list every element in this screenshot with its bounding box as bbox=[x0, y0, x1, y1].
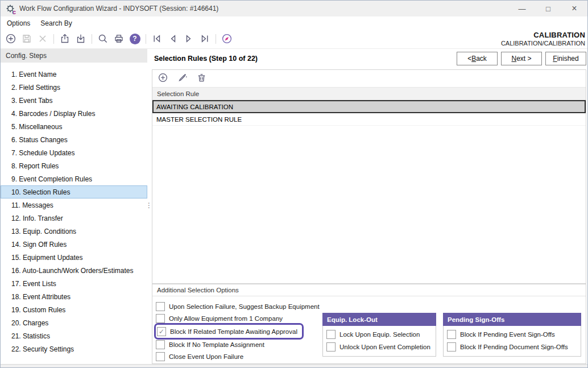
unlock-upon-completion-label: Unlock Upon Event Completion bbox=[339, 344, 430, 350]
sidebar-item-event-completion-rules[interactable]: 9. Event Completion Rules bbox=[1, 172, 147, 185]
sidebar-item-status-changes[interactable]: 6. Status Changes bbox=[1, 133, 147, 146]
back-label-pre: < bbox=[467, 55, 471, 63]
finished-label-rest: inished bbox=[557, 55, 579, 63]
unlock-upon-completion-checkbox[interactable] bbox=[326, 342, 336, 352]
context-subtitle: CALIBRATION/CALIBRATION bbox=[501, 40, 585, 47]
equip-lockout-header: Equip. Lock-Out bbox=[322, 313, 436, 326]
main-content: Selection Rules (Step 10 of 22) < Back N… bbox=[150, 49, 587, 365]
pending-signoffs-body: Block If Pending Event Sign-Offs Block I… bbox=[443, 326, 581, 357]
window-body: Config. Steps 1. Event Name 2. Field Set… bbox=[1, 48, 587, 365]
checkbox-row-pending-document-signoffs: Block If Pending Document Sign-Offs bbox=[447, 341, 568, 353]
toolbar-separator bbox=[92, 34, 92, 44]
menu-options[interactable]: Options bbox=[2, 18, 35, 29]
nav-next-icon[interactable] bbox=[182, 32, 196, 46]
pending-document-signoffs-label: Block If Pending Document Sign-Offs bbox=[460, 344, 568, 350]
nav-previous-icon[interactable] bbox=[166, 32, 180, 46]
import-icon[interactable] bbox=[74, 32, 88, 46]
highlighted-option: ✓ Block If Related Template Awaiting App… bbox=[154, 323, 304, 340]
sidebar-item-info-transfer[interactable]: 12. Info. Transfer bbox=[1, 212, 147, 225]
checkbox-row-suggest-backup: Upon Selection Failure, Suggest Backup E… bbox=[156, 300, 320, 312]
equip-lockout-group: Equip. Lock-Out Lock Upon Equip. Selecti… bbox=[322, 313, 436, 357]
toolbar-separator bbox=[53, 34, 54, 44]
one-company-checkbox[interactable] bbox=[156, 314, 165, 323]
minimize-icon[interactable]: — bbox=[509, 1, 535, 16]
checkbox-row-one-company: Only Allow Equipment from 1 Company bbox=[156, 312, 283, 324]
sidebar-items: 1. Event Name 2. Field Settings 3. Event… bbox=[1, 63, 147, 355]
suggest-backup-checkbox[interactable] bbox=[156, 302, 165, 311]
lock-upon-selection-checkbox[interactable] bbox=[326, 330, 336, 339]
template-awaiting-approval-label: Block If Related Template Awaiting Appro… bbox=[170, 328, 297, 335]
delete-icon[interactable] bbox=[36, 32, 49, 46]
navigator-compass-icon[interactable] bbox=[220, 32, 234, 46]
search-icon[interactable] bbox=[96, 32, 110, 46]
help-icon[interactable]: ? bbox=[128, 32, 142, 46]
nav-last-icon[interactable] bbox=[198, 32, 212, 46]
nav-first-icon[interactable] bbox=[150, 32, 164, 46]
sidebar-item-custom-rules[interactable]: 19. Custom Rules bbox=[1, 303, 147, 316]
pending-document-signoffs-checkbox[interactable] bbox=[447, 342, 456, 352]
sidebar-item-barcodes[interactable]: 4. Barcodes / Display Rules bbox=[1, 107, 147, 120]
rule-row-awaiting-calibration[interactable]: AWAITING CALIBRATION bbox=[152, 100, 586, 113]
check-glyph: ✓ bbox=[159, 328, 164, 336]
close-event-checkbox[interactable] bbox=[156, 352, 165, 361]
rule-row-master-selection-rule[interactable]: MASTER SELECTION RULE bbox=[152, 113, 586, 126]
sidebar-item-auto-launch[interactable]: 16. Auto-Launch/Work Orders/Estimates bbox=[1, 264, 147, 277]
add-icon[interactable] bbox=[4, 32, 18, 46]
delete-rule-trash-icon[interactable] bbox=[196, 72, 207, 85]
selection-rules-panel: Selection Rule AWAITING CALIBRATION MAST… bbox=[152, 69, 586, 284]
suggest-backup-label: Upon Selection Failure, Suggest Backup E… bbox=[169, 303, 320, 310]
menu-bar: Options Search By bbox=[1, 16, 587, 30]
sidebar-item-field-settings[interactable]: 2. Field Settings bbox=[1, 81, 147, 94]
save-icon[interactable] bbox=[20, 32, 34, 46]
template-awaiting-approval-checkbox[interactable]: ✓ bbox=[157, 327, 166, 336]
maximize-icon[interactable]: □ bbox=[535, 1, 561, 16]
next-label-rest: ext > bbox=[516, 55, 531, 63]
sidebar-item-selection-rules[interactable]: 10. Selection Rules bbox=[1, 185, 147, 199]
lock-upon-selection-label: Lock Upon Equip. Selection bbox=[339, 331, 420, 338]
sidebar-item-event-tabs[interactable]: 3. Event Tabs bbox=[1, 94, 147, 107]
sidebar-item-equip-conditions[interactable]: 13. Equip. Conditions bbox=[1, 225, 147, 238]
no-template-assignment-checkbox[interactable] bbox=[156, 340, 165, 349]
toolbar-separator bbox=[146, 34, 146, 44]
app-logo-c-glyph: c bbox=[13, 9, 16, 15]
sidebar-item-statistics[interactable]: 21. Statistics bbox=[1, 329, 147, 342]
back-button[interactable]: < Back bbox=[457, 52, 498, 65]
next-label-key: N bbox=[511, 55, 516, 63]
back-label-key: B bbox=[471, 55, 476, 63]
export-icon[interactable] bbox=[58, 32, 72, 46]
sidebar-item-security-settings[interactable]: 22. Security Settings bbox=[1, 342, 147, 355]
pending-signoffs-header: Pending Sign-Offs bbox=[443, 313, 581, 326]
column-header-selection-rule[interactable]: Selection Rule bbox=[152, 87, 586, 100]
sidebar-item-schedule-updates[interactable]: 7. Schedule Updates bbox=[1, 146, 147, 159]
context-title: CALIBRATION bbox=[501, 31, 585, 39]
sidebar-item-report-rules[interactable]: 8. Report Rules bbox=[1, 159, 147, 172]
page-title: Selection Rules (Step 10 of 22) bbox=[154, 55, 258, 63]
sidebar-item-event-lists[interactable]: 17. Event Lists bbox=[1, 277, 147, 290]
help-glyph: ? bbox=[130, 34, 140, 44]
selection-rules-toolbar bbox=[152, 70, 586, 87]
checkbox-row-pending-event-signoffs: Block If Pending Event Sign-Offs bbox=[447, 328, 555, 341]
sidebar-item-event-name[interactable]: 1. Event Name bbox=[1, 68, 147, 81]
checkbox-row-close-event: Close Event Upon Failure bbox=[156, 350, 243, 362]
equip-lockout-body: Lock Upon Equip. Selection Unlock Upon E… bbox=[322, 326, 436, 357]
config-steps-sidebar: Config. Steps 1. Event Name 2. Field Set… bbox=[1, 49, 147, 365]
print-icon[interactable] bbox=[112, 32, 126, 46]
toolbar-separator bbox=[216, 34, 216, 44]
no-template-assignment-label: Block If No Template Assignment bbox=[169, 341, 264, 348]
sidebar-item-miscellaneous[interactable]: 5. Miscellaneous bbox=[1, 120, 147, 133]
title-bar: c Work Flow Configuration Wizard - INDYS… bbox=[1, 1, 587, 16]
sidebar-item-sign-off-rules[interactable]: 14. Sign Off Rules bbox=[1, 238, 147, 251]
sidebar-item-messages[interactable]: 11. Messages bbox=[1, 199, 147, 212]
next-button[interactable]: Next > bbox=[501, 52, 542, 65]
window-title: Work Flow Configuration Wizard - INDYSOF… bbox=[19, 5, 509, 13]
add-rule-icon[interactable] bbox=[158, 72, 168, 85]
sidebar-item-equipment-updates[interactable]: 15. Equipment Updates bbox=[1, 251, 147, 264]
sidebar-item-charges[interactable]: 20. Charges bbox=[1, 316, 147, 329]
sidebar-item-event-attributes[interactable]: 18. Event Attributes bbox=[1, 290, 147, 303]
close-icon[interactable]: × bbox=[561, 1, 587, 16]
finished-button[interactable]: Finished bbox=[545, 52, 586, 65]
back-label-rest: ack bbox=[476, 55, 487, 63]
pending-event-signoffs-checkbox[interactable] bbox=[447, 330, 456, 339]
menu-search-by[interactable]: Search By bbox=[35, 18, 77, 29]
edit-rule-wand-icon[interactable] bbox=[177, 72, 188, 85]
